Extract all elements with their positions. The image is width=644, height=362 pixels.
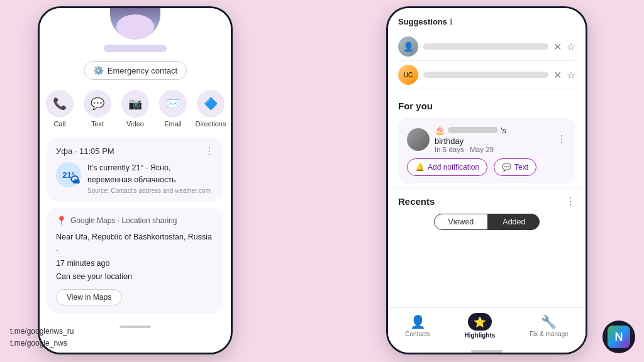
recents-title: Recents (398, 196, 435, 207)
scroll-indicator-right (471, 350, 502, 353)
email-icon: ✉️ (159, 90, 187, 118)
contacts-nav-icon: 👤 (410, 314, 426, 329)
weather-source: Source: Contact's address and weather.co… (87, 187, 214, 194)
birthday-label: birthday (435, 136, 552, 146)
gear-icon: ⚙️ (93, 65, 104, 75)
suggestions-section: Suggestions ℹ 👤 ✕ ☆ UC (388, 8, 586, 94)
nav-highlights[interactable]: ⭐ Highlights (464, 313, 495, 339)
recents-more-icon[interactable]: ⋮ (565, 195, 575, 207)
for-you-section: For you 🎂 's birthday In 5 days · May 29… (388, 94, 586, 189)
emergency-contact-button[interactable]: ⚙️ Emergency contact (84, 61, 187, 80)
info-icon[interactable]: ℹ (450, 18, 453, 26)
directions-label: Directions (196, 120, 226, 128)
fix-manage-nav-label: Fix & manage (530, 331, 569, 337)
nws-badge-letter: N (608, 326, 630, 348)
text-action[interactable]: 💬 Text (81, 90, 114, 128)
action-buttons-row: 📞 Call 💬 Text 📷 Video ✉️ Email 🔷 Directi… (43, 90, 227, 128)
bell-icon: 🔔 (415, 163, 425, 172)
fix-manage-nav-icon: 🔧 (541, 314, 557, 329)
weather-more-icon[interactable]: ⋮ (204, 145, 214, 157)
maps-location-line2: 17 minutes ago (56, 257, 214, 270)
suggestion-item-2: UC ✕ ☆ (398, 61, 575, 89)
suggestions-header-title: Suggestions (398, 17, 447, 26)
video-icon: 📷 (121, 90, 149, 118)
contact-name-placeholder (104, 45, 167, 52)
text-button[interactable]: 💬 Text (494, 158, 536, 176)
video-label: Video (126, 120, 144, 128)
directions-icon: 🔷 (197, 90, 225, 118)
maps-location-line3: Can see your location (56, 270, 214, 283)
watermark: t.me/googlenws_ru t.me/google_nws (10, 326, 74, 349)
text-label: Text (91, 120, 104, 128)
video-action[interactable]: 📷 Video (119, 90, 152, 128)
birthday-more-icon[interactable]: ⋮ (557, 133, 567, 145)
message-icon: 💬 (502, 163, 511, 172)
avatar-image-2: UC (398, 65, 418, 85)
maps-header-text: Google Maps · Location sharing (70, 216, 177, 225)
birthday-emoji: 🎂 (435, 125, 445, 135)
birthday-contact-avatar (407, 128, 430, 151)
view-in-maps-button[interactable]: View in Maps (56, 289, 122, 305)
birthday-card: 🎂 's birthday In 5 days · May 29 ⋮ 🔔 Add… (398, 118, 575, 184)
highlights-nav-icon: ⭐ (474, 316, 486, 328)
contacts-nav-label: Contacts (405, 331, 430, 337)
weather-description: It's currently 21° · Ясно, переменная об… (87, 162, 214, 186)
email-action[interactable]: ✉️ Email (157, 90, 189, 128)
avatar-image-1: 👤 (398, 36, 418, 57)
directions-action[interactable]: 🔷 Directions (194, 90, 227, 128)
suggestion-avatar-2: UC (398, 65, 418, 85)
suggestion-item: 👤 ✕ ☆ (398, 33, 575, 61)
birthday-date: In 5 days · May 29 (435, 146, 552, 153)
scroll-indicator (119, 326, 151, 328)
close-suggestion-1-button[interactable]: ✕ (553, 41, 562, 53)
temperature-display: 21° 🌤 (56, 162, 81, 187)
text-icon: 💬 (84, 90, 111, 118)
suggestion-name-bar-2 (423, 72, 548, 78)
nav-contacts[interactable]: 👤 Contacts (405, 314, 430, 337)
weather-card: Уфа · 11:05 PM ⋮ 21° 🌤 It's currently 21… (47, 138, 223, 202)
close-suggestion-2-button[interactable]: ✕ (553, 69, 562, 81)
birthday-contact-name (448, 127, 498, 133)
emergency-button-label: Emergency contact (108, 66, 177, 75)
nav-fix-manage[interactable]: 🔧 Fix & manage (530, 314, 569, 337)
highlights-nav-icon-container: ⭐ (468, 313, 492, 331)
maps-card: 📍 Google Maps · Location sharing Near Uf… (47, 208, 223, 313)
suggestion-avatar-1: 👤 (398, 36, 418, 57)
email-label: Email (164, 120, 182, 128)
right-phone: Suggestions ℹ 👤 ✕ ☆ UC (386, 6, 587, 354)
viewed-tab[interactable]: Viewed (434, 214, 489, 230)
contact-avatar (110, 8, 160, 40)
call-action[interactable]: 📞 Call (43, 90, 76, 128)
map-pin-icon: 📍 (56, 216, 67, 226)
recents-section: Recents ⋮ Viewed Added (388, 189, 586, 241)
nws-badge: N (602, 321, 635, 353)
star-suggestion-2-button[interactable]: ☆ (567, 69, 575, 81)
maps-location-line1: Near Ufa, Republic of Bashkortostan, Rus… (56, 231, 214, 258)
weather-title: Уфа · 11:05 PM (56, 146, 114, 156)
star-suggestion-1-button[interactable]: ☆ (567, 41, 575, 53)
viewed-added-tab-group: Viewed Added (398, 214, 575, 230)
for-you-title: For you (398, 101, 575, 111)
suggestion-name-bar-1 (423, 43, 548, 50)
call-icon: 📞 (46, 90, 74, 118)
add-notification-label: Add notification (428, 163, 479, 172)
watermark-line1: t.me/googlenws_ru (10, 326, 74, 337)
highlights-nav-label: Highlights (464, 332, 495, 339)
add-notification-button[interactable]: 🔔 Add notification (407, 158, 487, 176)
bottom-navigation: 👤 Contacts ⭐ Highlights 🔧 Fix & manage (388, 307, 586, 346)
added-tab[interactable]: Added (488, 214, 540, 230)
left-phone: ⚙️ Emergency contact 📞 Call 💬 Text 📷 Vid… (38, 6, 233, 354)
watermark-line2: t.me/google_nws (10, 337, 74, 349)
call-label: Call (54, 120, 66, 128)
text-button-label: Text (514, 163, 528, 172)
